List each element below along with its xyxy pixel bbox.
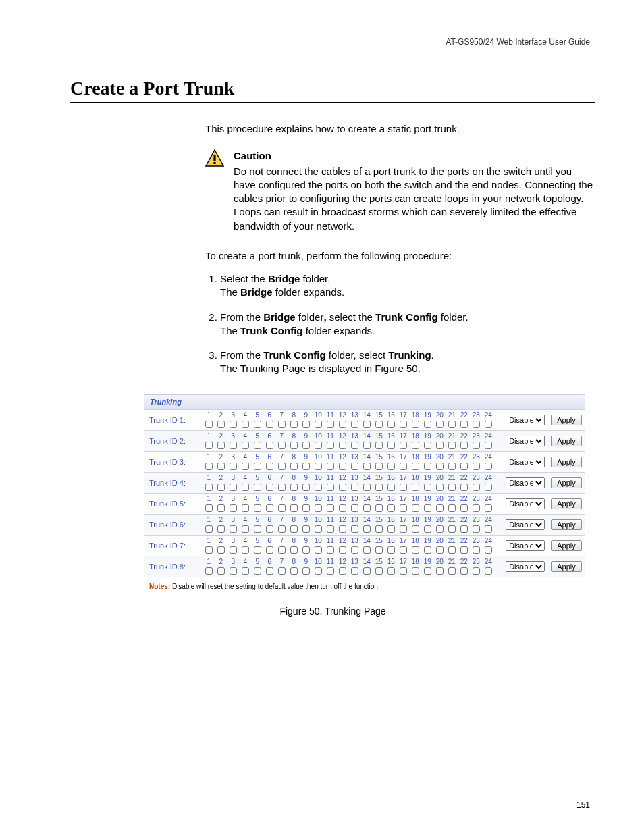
port-checkbox[interactable]: [400, 421, 407, 428]
trunk-state-select[interactable]: Disable: [506, 519, 545, 530]
port-checkbox[interactable]: [290, 546, 298, 554]
port-checkbox[interactable]: [230, 442, 237, 449]
port-checkbox[interactable]: [315, 567, 322, 575]
port-checkbox[interactable]: [436, 442, 444, 449]
port-checkbox[interactable]: [205, 525, 213, 533]
port-checkbox[interactable]: [217, 525, 225, 533]
port-checkbox[interactable]: [375, 525, 383, 533]
port-checkbox[interactable]: [424, 546, 431, 554]
port-checkbox[interactable]: [254, 421, 261, 428]
port-checkbox[interactable]: [400, 442, 407, 449]
port-checkbox[interactable]: [278, 442, 286, 449]
port-checkbox[interactable]: [460, 546, 468, 554]
port-checkbox[interactable]: [266, 442, 273, 449]
trunk-state-select[interactable]: Disable: [506, 457, 545, 467]
port-checkbox[interactable]: [266, 567, 273, 575]
port-checkbox[interactable]: [205, 484, 213, 491]
port-checkbox[interactable]: [412, 567, 419, 575]
port-checkbox[interactable]: [448, 567, 456, 575]
port-checkbox[interactable]: [339, 463, 346, 470]
port-checkbox[interactable]: [302, 567, 310, 575]
port-checkbox[interactable]: [485, 442, 492, 449]
port-checkbox[interactable]: [387, 567, 395, 575]
port-checkbox[interactable]: [266, 484, 273, 491]
port-checkbox[interactable]: [363, 567, 371, 575]
port-checkbox[interactable]: [230, 504, 237, 512]
port-checkbox[interactable]: [400, 567, 407, 575]
port-checkbox[interactable]: [387, 463, 395, 470]
port-checkbox[interactable]: [412, 484, 419, 491]
port-checkbox[interactable]: [448, 442, 456, 449]
port-checkbox[interactable]: [460, 525, 468, 533]
port-checkbox[interactable]: [412, 546, 419, 554]
port-checkbox[interactable]: [217, 567, 225, 575]
port-checkbox[interactable]: [205, 546, 213, 554]
port-checkbox[interactable]: [230, 546, 237, 554]
port-checkbox[interactable]: [217, 546, 225, 554]
port-checkbox[interactable]: [400, 463, 407, 470]
apply-button[interactable]: Apply: [551, 519, 582, 530]
port-checkbox[interactable]: [424, 421, 431, 428]
port-checkbox[interactable]: [436, 421, 444, 428]
port-checkbox[interactable]: [278, 421, 286, 428]
port-checkbox[interactable]: [375, 421, 383, 428]
port-checkbox[interactable]: [473, 484, 480, 491]
port-checkbox[interactable]: [315, 421, 322, 428]
apply-button[interactable]: Apply: [551, 561, 582, 572]
port-checkbox[interactable]: [363, 421, 371, 428]
port-checkbox[interactable]: [217, 504, 225, 512]
trunk-state-select[interactable]: Disable: [506, 477, 545, 488]
port-checkbox[interactable]: [278, 504, 286, 512]
port-checkbox[interactable]: [339, 484, 346, 491]
port-checkbox[interactable]: [400, 525, 407, 533]
port-checkbox[interactable]: [363, 442, 371, 449]
port-checkbox[interactable]: [387, 442, 395, 449]
port-checkbox[interactable]: [266, 546, 273, 554]
port-checkbox[interactable]: [242, 546, 249, 554]
port-checkbox[interactable]: [460, 567, 468, 575]
port-checkbox[interactable]: [387, 484, 395, 491]
port-checkbox[interactable]: [327, 421, 334, 428]
port-checkbox[interactable]: [460, 504, 468, 512]
port-checkbox[interactable]: [327, 463, 334, 470]
port-checkbox[interactable]: [485, 525, 492, 533]
port-checkbox[interactable]: [278, 546, 286, 554]
apply-button[interactable]: Apply: [551, 540, 582, 551]
apply-button[interactable]: Apply: [551, 477, 582, 488]
port-checkbox[interactable]: [436, 504, 444, 512]
port-checkbox[interactable]: [230, 567, 237, 575]
port-checkbox[interactable]: [424, 463, 431, 470]
port-checkbox[interactable]: [424, 525, 431, 533]
port-checkbox[interactable]: [205, 567, 213, 575]
port-checkbox[interactable]: [327, 567, 334, 575]
port-checkbox[interactable]: [351, 525, 358, 533]
port-checkbox[interactable]: [436, 463, 444, 470]
port-checkbox[interactable]: [436, 567, 444, 575]
port-checkbox[interactable]: [242, 504, 249, 512]
port-checkbox[interactable]: [473, 567, 480, 575]
port-checkbox[interactable]: [400, 546, 407, 554]
port-checkbox[interactable]: [254, 525, 261, 533]
port-checkbox[interactable]: [473, 546, 480, 554]
trunk-state-select[interactable]: Disable: [506, 561, 545, 572]
port-checkbox[interactable]: [460, 442, 468, 449]
port-checkbox[interactable]: [205, 442, 213, 449]
port-checkbox[interactable]: [278, 484, 286, 491]
port-checkbox[interactable]: [217, 421, 225, 428]
port-checkbox[interactable]: [254, 463, 261, 470]
port-checkbox[interactable]: [375, 546, 383, 554]
port-checkbox[interactable]: [412, 442, 419, 449]
apply-button[interactable]: Apply: [551, 457, 582, 467]
port-checkbox[interactable]: [315, 442, 322, 449]
trunk-state-select[interactable]: Disable: [506, 498, 545, 509]
port-checkbox[interactable]: [242, 442, 249, 449]
port-checkbox[interactable]: [278, 525, 286, 533]
port-checkbox[interactable]: [460, 484, 468, 491]
port-checkbox[interactable]: [485, 463, 492, 470]
port-checkbox[interactable]: [254, 484, 261, 491]
port-checkbox[interactable]: [351, 421, 358, 428]
port-checkbox[interactable]: [327, 504, 334, 512]
port-checkbox[interactable]: [375, 442, 383, 449]
port-checkbox[interactable]: [302, 442, 310, 449]
port-checkbox[interactable]: [424, 567, 431, 575]
